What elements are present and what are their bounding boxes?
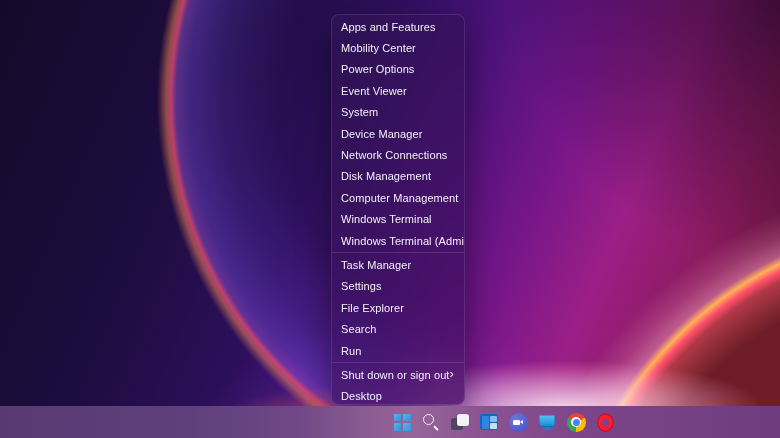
menu-item-label: Run <box>341 345 454 357</box>
teams-chat-icon <box>509 413 528 432</box>
menu-item-desktop[interactable]: Desktop <box>332 386 464 405</box>
menu-item-label: Network Connections <box>341 149 454 161</box>
start-button[interactable] <box>390 410 414 434</box>
menu-item-network-connections[interactable]: Network Connections <box>332 144 464 165</box>
search-icon <box>422 413 440 431</box>
menu-item-label: Event Viewer <box>341 85 454 97</box>
menu-item-computer-management[interactable]: Computer Management <box>332 187 464 208</box>
menu-item-file-explorer[interactable]: File Explorer <box>332 297 464 318</box>
menu-item-label: Apps and Features <box>341 21 454 33</box>
menu-item-apps-and-features[interactable]: Apps and Features <box>332 16 464 37</box>
menu-item-label: Windows Terminal (Admin) <box>341 235 465 247</box>
menu-item-power-options[interactable]: Power Options <box>332 59 464 80</box>
opera-button[interactable] <box>593 410 617 434</box>
menu-item-event-viewer[interactable]: Event Viewer <box>332 80 464 101</box>
taskbar <box>0 406 780 438</box>
menu-separator <box>332 362 464 363</box>
menu-item-search[interactable]: Search <box>332 318 464 339</box>
submenu-chevron-icon: › <box>450 367 454 380</box>
menu-item-device-manager[interactable]: Device Manager <box>332 123 464 144</box>
opera-icon <box>597 413 614 432</box>
menu-item-label: File Explorer <box>341 302 454 314</box>
menu-item-system[interactable]: System <box>332 102 464 123</box>
chrome-icon <box>567 413 586 432</box>
windows-start-icon <box>394 414 411 431</box>
widgets-icon <box>480 414 498 430</box>
menu-item-label: Shut down or sign out <box>341 369 450 381</box>
menu-item-label: Device Manager <box>341 128 454 140</box>
menu-item-windows-terminal[interactable]: Windows Terminal <box>332 209 464 230</box>
menu-item-label: Computer Management <box>341 192 458 204</box>
display-app-button[interactable] <box>535 410 559 434</box>
menu-item-mobility-center[interactable]: Mobility Center <box>332 37 464 58</box>
menu-item-task-manager[interactable]: Task Manager <box>332 254 464 275</box>
task-view-icon <box>451 413 469 431</box>
menu-separator <box>332 252 464 253</box>
menu-item-label: Power Options <box>341 63 454 75</box>
menu-item-settings[interactable]: Settings <box>332 276 464 297</box>
teams-chat-button[interactable] <box>506 410 530 434</box>
widgets-button[interactable] <box>477 410 501 434</box>
menu-item-label: Windows Terminal <box>341 213 454 225</box>
menu-item-shut-down-or-sign-out[interactable]: Shut down or sign out› <box>332 364 464 385</box>
winx-context-menu: Apps and FeaturesMobility CenterPower Op… <box>331 14 465 405</box>
menu-item-label: Settings <box>341 280 454 292</box>
menu-item-label: Search <box>341 323 454 335</box>
menu-item-windows-terminal-admin[interactable]: Windows Terminal (Admin) <box>332 230 464 251</box>
task-view-button[interactable] <box>448 410 472 434</box>
menu-item-label: System <box>341 106 454 118</box>
menu-item-disk-management[interactable]: Disk Management <box>332 166 464 187</box>
taskbar-icons <box>390 410 617 434</box>
menu-item-label: Task Manager <box>341 259 454 271</box>
search-button[interactable] <box>419 410 443 434</box>
desktop-screen: Apps and FeaturesMobility CenterPower Op… <box>0 0 780 438</box>
menu-item-run[interactable]: Run <box>332 340 464 361</box>
menu-item-label: Mobility Center <box>341 42 454 54</box>
menu-item-label: Desktop <box>341 390 454 402</box>
display-monitor-icon <box>538 413 556 431</box>
chrome-button[interactable] <box>564 410 588 434</box>
menu-item-label: Disk Management <box>341 170 454 182</box>
